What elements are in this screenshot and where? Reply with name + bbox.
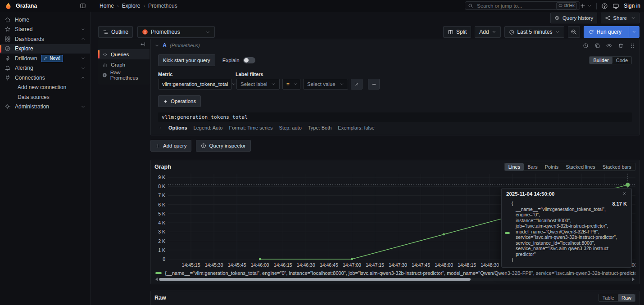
search-input[interactable] [476,3,553,9]
kick-start-query-button[interactable]: Kick start your query [158,54,215,66]
graph-mode-lines[interactable]: Lines [505,163,524,170]
collapse-chevron-icon[interactable] [154,43,159,48]
data-point[interactable] [351,258,353,260]
split-columns-icon [448,29,454,35]
dashboards-icon [5,36,11,42]
copy-icon[interactable] [594,43,600,49]
select-value-dropdown[interactable]: Select value [303,79,348,90]
chevron-up-icon[interactable] [81,75,86,80]
split-button[interactable]: Split [443,26,471,38]
options-title[interactable]: Options [168,125,187,130]
raw-tab-table[interactable]: Table [599,294,618,301]
keyboard-icon [558,4,562,8]
sidebar-item-home[interactable]: Home [0,15,90,25]
outline-item-raw-prometheus[interactable]: Raw Prometheus [98,70,150,80]
scrollbar-thumb[interactable] [159,278,471,281]
graph-legend[interactable]: {__name__="vllm:generation_tokens_total"… [155,270,635,276]
sidebar-item-drilldown[interactable]: Drilldown New! [0,54,90,63]
explore-header-actions: Query history Share [550,13,639,23]
zoom-out-button[interactable] [568,26,580,38]
remove-filter-button[interactable] [351,79,363,90]
graph-mode-stacked-lines[interactable]: Stacked lines [562,163,599,170]
news-monitor-icon[interactable] [612,3,619,9]
outline-button[interactable]: Outline [98,26,133,38]
legend-series-label[interactable]: {__name__="vllm:generation_tokens_total"… [165,270,635,276]
run-query-button[interactable]: Run query [584,26,639,38]
graph-mode-bars[interactable]: Bars [524,163,541,170]
sidebar-item-administration[interactable]: Administration [0,102,90,112]
data-point[interactable] [259,258,261,260]
metric-filters-section: Metric Label filters vllm:generation_tok… [158,72,632,90]
sidebar-item-explore[interactable]: Explore [0,44,90,54]
new-menu-button[interactable] [580,3,592,9]
builder-mode-option[interactable]: Builder [590,57,612,64]
outline-item-graph[interactable]: Graph [98,59,150,70]
sign-in-link[interactable]: Sign in [624,3,640,9]
time-range-picker[interactable]: Last 5 minutes [504,26,564,38]
eye-icon[interactable] [606,43,612,49]
global-search[interactable]: ctrl+k [465,1,580,10]
explain-toggle[interactable] [243,57,255,63]
query-ref-id[interactable]: A [163,42,167,49]
sidebar-item-connections[interactable]: Connections [0,73,90,83]
sidebar-item-data-sources[interactable]: Data sources [0,92,90,102]
y-tick-label: 1 K [158,247,165,253]
graph-header: Graph LinesBarsPointsStacked linesStacke… [154,163,635,171]
query-history-button[interactable]: Query history [550,13,597,23]
add-filter-button[interactable] [368,79,380,90]
chevron-down-icon[interactable] [81,66,86,71]
metric-select[interactable]: vllm:generation_tokens_total [158,79,232,90]
sidebar-item-starred[interactable]: Starred [0,25,90,35]
breadcrumb-prometheus[interactable]: Prometheus [148,3,177,9]
query-inspector-button[interactable]: Query inspector [196,140,250,152]
sidebar-item-add-new-connection[interactable]: Add new connection [0,83,90,93]
add-query-button[interactable]: Add query [150,140,191,152]
add-dropdown-button[interactable]: Add [475,26,500,38]
help-icon[interactable] [601,3,608,9]
outline-list-icon [103,29,109,35]
chevron-down-icon [587,4,592,8]
graph-style-switch: LinesBarsPointsStacked linesStacked bars [504,163,635,171]
builder-code-switch: Builder Code [589,56,632,64]
scroll-left-arrow[interactable] [155,278,158,281]
tooltip-labels: 8.17 K {__name__="vllm:generation_tokens… [502,199,631,267]
explore-main-column: A (Prometheus) [150,39,639,305]
sidebar-item-dashboards[interactable]: Dashboards [0,34,90,44]
drag-handle-icon[interactable] [630,43,635,49]
raw-tab-raw[interactable]: Raw [618,294,635,301]
share-button[interactable]: Share [601,13,639,23]
top-navigation-bar: Grafana Home › Explore › Prometheus ctrl… [0,0,644,12]
outline-item-queries[interactable]: Queries [98,49,150,59]
code-mode-option[interactable]: Code [612,57,631,64]
tooltip-close-icon[interactable] [622,191,627,197]
history-icon [554,15,560,21]
y-tick-label: 0 [163,256,165,262]
run-query-dropdown[interactable] [629,27,639,37]
sidebar-item-alerting[interactable]: Alerting [0,63,90,73]
chevron-down-icon[interactable] [81,104,86,109]
datasource-picker[interactable]: Prometheus [137,26,215,38]
breadcrumb-explore[interactable]: Explore [122,3,141,9]
data-point[interactable] [443,233,445,236]
outline-collapse[interactable] [98,39,150,49]
operations-button[interactable]: Operations [158,95,201,107]
chevron-down-icon [340,82,344,86]
breadcrumb-home[interactable]: Home [100,3,114,9]
query-history-icon[interactable] [583,43,589,49]
graph-mode-stacked-bars[interactable]: Stacked bars [599,163,635,170]
graph-mode-points[interactable]: Points [541,163,562,170]
scroll-right-arrow[interactable] [632,278,635,281]
tooltip-label-line: { [512,201,627,206]
chevron-right-icon[interactable] [158,126,162,130]
trash-icon[interactable] [618,43,624,49]
select-label-dropdown[interactable]: Select label [236,79,280,90]
chevron-down-icon[interactable] [81,27,86,32]
hovered-data-point[interactable] [626,183,630,187]
chevron-down-icon[interactable] [81,56,86,61]
dock-sidebar-icon[interactable] [80,3,86,9]
operator-dropdown[interactable]: = [282,79,300,90]
x-tick-label: 14:47:15 [366,262,384,268]
x-tick-label: 14:45:45 [228,262,246,268]
breadcrumb-separator: › [117,3,119,9]
chevron-up-icon[interactable] [81,36,86,41]
